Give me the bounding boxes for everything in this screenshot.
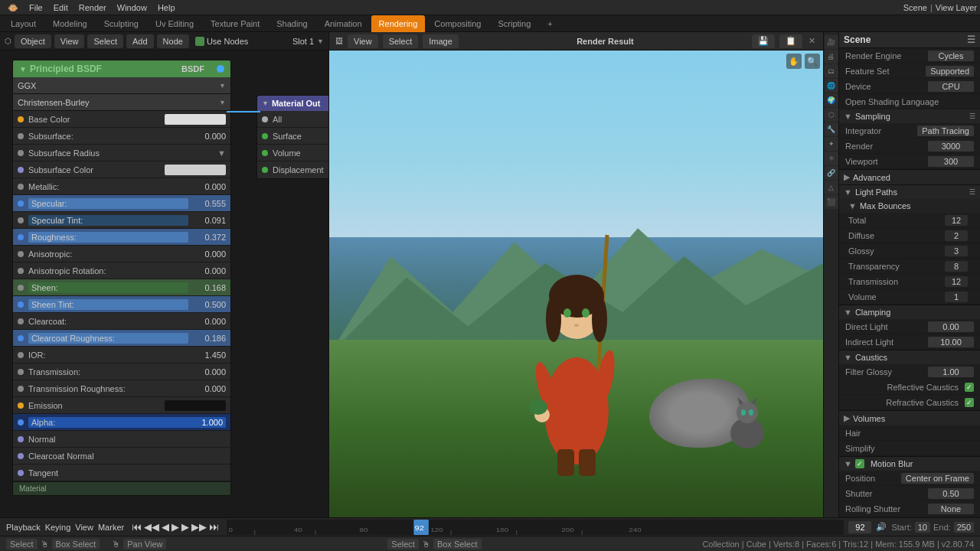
prop-icon-object[interactable]: ⬡ bbox=[825, 108, 838, 122]
displacement-socket[interactable] bbox=[262, 167, 268, 173]
tab-layout[interactable]: Layout bbox=[3, 15, 44, 32]
prop-icon-view-layer[interactable]: 🗂 bbox=[825, 64, 838, 78]
clamping-header[interactable]: ▼ Clamping bbox=[839, 305, 980, 319]
anisotropic-rotation-value[interactable]: 0.000 bbox=[191, 266, 226, 276]
menu-window[interactable]: Window bbox=[113, 0, 152, 15]
clearcoat-socket[interactable] bbox=[18, 318, 24, 324]
render-image-btn[interactable]: Image bbox=[423, 34, 459, 48]
ior-value[interactable]: 1.450 bbox=[191, 350, 226, 360]
volumes-header[interactable]: ▶ Volumes bbox=[839, 411, 980, 425]
specular-tint-socket[interactable] bbox=[18, 217, 24, 223]
timeline-view-btn[interactable]: View bbox=[75, 523, 93, 532]
prop-icon-constraints[interactable]: 🔗 bbox=[825, 166, 838, 180]
subsurface-color-swatch[interactable] bbox=[165, 165, 226, 175]
surface-socket[interactable] bbox=[262, 133, 268, 139]
sheen-bar[interactable]: Sheen: bbox=[28, 282, 188, 293]
total-value[interactable]: 12 bbox=[945, 215, 968, 226]
render-clip-btn[interactable]: 📋 bbox=[779, 34, 802, 48]
transmission-lp-value[interactable]: 12 bbox=[945, 276, 968, 287]
emission-swatch[interactable] bbox=[165, 400, 226, 411]
alpha-socket[interactable] bbox=[18, 419, 24, 425]
status-pan-btn[interactable]: Pan View bbox=[123, 539, 166, 549]
anisotropic-socket[interactable] bbox=[18, 251, 24, 257]
volume-socket[interactable] bbox=[262, 150, 268, 156]
timeline-ruler[interactable]: 0 40 80 92 120 160 200 240 bbox=[227, 520, 844, 535]
device-value[interactable]: CPU bbox=[928, 81, 974, 92]
anisotropic-rotation-socket[interactable] bbox=[18, 268, 24, 274]
base-color-socket[interactable] bbox=[18, 116, 24, 122]
menu-edit[interactable]: Edit bbox=[49, 0, 73, 15]
tab-animation[interactable]: Animation bbox=[317, 15, 370, 32]
max-bounces-header[interactable]: ▼ Max Bounces bbox=[839, 199, 980, 213]
subsurface-socket[interactable] bbox=[18, 133, 24, 139]
use-nodes-checkbox[interactable] bbox=[195, 37, 204, 46]
sheen-tint-bar[interactable]: Sheen Tint: bbox=[28, 299, 188, 310]
ne-add-btn[interactable]: Add bbox=[126, 34, 154, 48]
metallic-socket[interactable] bbox=[18, 184, 24, 190]
glossy-value[interactable]: 3 bbox=[945, 246, 968, 256]
ne-select-btn[interactable]: Select bbox=[87, 34, 123, 48]
current-frame-display[interactable]: 92 bbox=[848, 521, 871, 533]
props-extra-icon[interactable]: ☰ bbox=[967, 34, 975, 45]
prop-icon-data[interactable]: △ bbox=[825, 181, 838, 194]
specular-socket[interactable] bbox=[18, 201, 24, 207]
filter-glossy-value[interactable]: 1.00 bbox=[928, 367, 974, 377]
transmission-socket[interactable] bbox=[18, 369, 24, 375]
tab-add[interactable]: + bbox=[540, 15, 560, 32]
motion-blur-header[interactable]: ▼ ✓ Motion Blur bbox=[839, 457, 980, 471]
volume-lp-value[interactable]: 1 bbox=[945, 292, 968, 302]
timeline-keying-btn[interactable]: Keying bbox=[45, 523, 71, 532]
shutter-value[interactable]: 0.50 bbox=[928, 488, 974, 499]
transmission-roughness-socket[interactable] bbox=[18, 386, 24, 392]
prop-icon-modifier[interactable]: 🔧 bbox=[825, 122, 838, 136]
tab-rendering[interactable]: Rendering bbox=[371, 15, 426, 32]
bsdf-output-socket[interactable] bbox=[217, 65, 224, 73]
caustics-header[interactable]: ▼ Caustics bbox=[839, 350, 980, 364]
status-select2-btn[interactable]: Select bbox=[387, 539, 419, 549]
specular-tint-value[interactable]: 0.091 bbox=[191, 216, 226, 225]
diffuse-value[interactable]: 2 bbox=[945, 230, 968, 241]
jump-start-btn[interactable]: ⏮ bbox=[132, 521, 142, 533]
prop-icon-output[interactable]: 🖨 bbox=[825, 50, 838, 64]
anisotropic-value[interactable]: 0.000 bbox=[191, 249, 226, 259]
roughness-socket[interactable] bbox=[18, 234, 24, 240]
render-hand-icon[interactable]: ✋ bbox=[786, 54, 802, 69]
tab-sculpting[interactable]: Sculpting bbox=[96, 15, 146, 32]
status-select-btn[interactable]: Select bbox=[6, 539, 38, 549]
tab-texture-paint[interactable]: Texture Paint bbox=[203, 15, 267, 32]
play-btn[interactable]: ▶ bbox=[172, 521, 179, 533]
render-engine-value[interactable]: Cycles bbox=[928, 51, 974, 61]
emission-socket[interactable] bbox=[18, 403, 24, 409]
end-frame[interactable]: 250 bbox=[954, 522, 974, 533]
tab-modeling[interactable]: Modeling bbox=[45, 15, 95, 32]
direct-light-value[interactable]: 0.00 bbox=[928, 321, 974, 332]
sheen-value[interactable]: 0.168 bbox=[191, 283, 226, 292]
metallic-value[interactable]: 0.000 bbox=[191, 182, 226, 191]
prev-key-btn[interactable]: ◀◀ bbox=[144, 521, 159, 533]
prop-icon-particles[interactable]: ✦ bbox=[825, 137, 838, 151]
bsdf-header[interactable]: ▼ Principled BSDF BSDF bbox=[13, 60, 230, 77]
position-value[interactable]: Center on Frame bbox=[901, 473, 974, 484]
menu-help[interactable]: Help bbox=[153, 0, 180, 15]
transparency-value[interactable]: 8 bbox=[945, 261, 968, 272]
menu-render[interactable]: Render bbox=[74, 0, 111, 15]
prop-icon-physics[interactable]: ⚛ bbox=[825, 152, 838, 165]
render-view-btn[interactable]: View bbox=[348, 34, 378, 48]
clearcoat-roughness-value[interactable]: 0.186 bbox=[191, 334, 226, 343]
transmission-roughness-value[interactable]: 0.000 bbox=[191, 384, 226, 393]
reflective-caustics-checkbox[interactable]: ✓ bbox=[965, 383, 974, 392]
next-key-btn[interactable]: ▶▶ bbox=[191, 521, 207, 533]
next-frame-btn[interactable]: ▶ bbox=[181, 521, 189, 533]
light-paths-header[interactable]: ▼ Light Paths ☰ bbox=[839, 185, 980, 199]
status-box-select2-btn[interactable]: Box Select bbox=[433, 539, 482, 549]
tab-shading[interactable]: Shading bbox=[269, 15, 315, 32]
sampling-header[interactable]: ▼ Sampling ☰ bbox=[839, 109, 980, 123]
tangent-socket[interactable] bbox=[18, 470, 24, 476]
timeline-marker-btn[interactable]: Marker bbox=[98, 523, 124, 532]
sampling-settings-icon[interactable]: ☰ bbox=[969, 112, 975, 120]
motion-blur-checkbox[interactable]: ✓ bbox=[855, 459, 864, 468]
subsurface-method-value[interactable]: Christensen-Burley bbox=[18, 98, 90, 107]
render-close-btn[interactable]: ✕ bbox=[807, 34, 817, 47]
specular-bar[interactable]: Specular: bbox=[28, 198, 188, 209]
ne-view-btn[interactable]: View bbox=[54, 34, 85, 48]
